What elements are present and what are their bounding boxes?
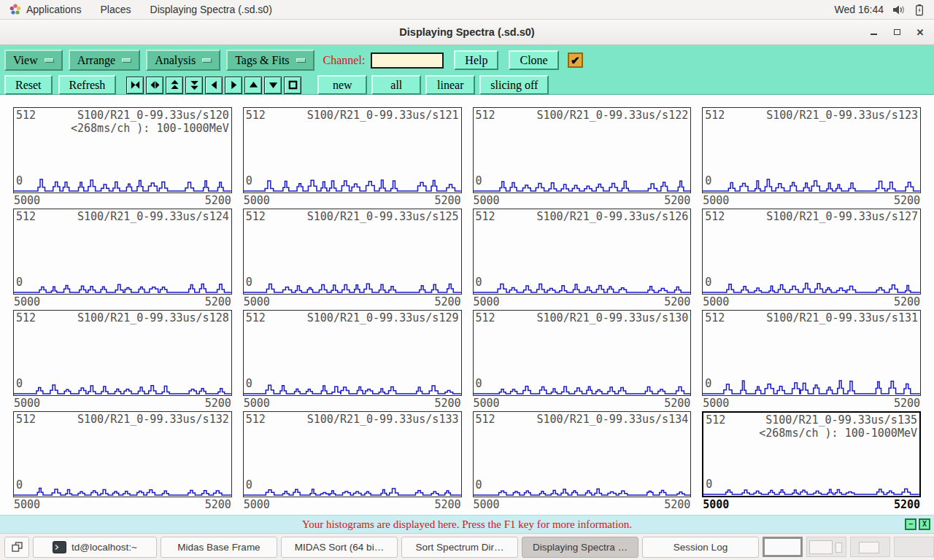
menu-button-tags-fits[interactable]: Tags & Fits <box>226 50 314 71</box>
histogram-trace <box>244 168 461 192</box>
status-minimize-button[interactable]: − <box>905 518 916 530</box>
x-max-label: 5200 <box>664 396 690 411</box>
x-min-label: 5000 <box>474 396 500 411</box>
clone-button[interactable]: Clone <box>509 50 558 70</box>
x-min-label: 5000 <box>244 497 270 513</box>
spectrum-plot: 512S100/R21_0-99.33us/s1270 <box>702 209 921 295</box>
y-max-label: 512 <box>16 109 36 122</box>
workspace-3[interactable] <box>850 537 890 557</box>
battery-icon[interactable] <box>915 4 924 16</box>
taskbar-item-midas-sort-64-bi[interactable]: MIDAS Sort (64 bi… <box>281 537 398 558</box>
menu-button-analysis[interactable]: Analysis <box>146 50 220 71</box>
spectrum-plot: 512S100/R21_0-99.33us/s120<268ms/ch ): 1… <box>13 107 232 193</box>
linear-button[interactable]: linear <box>425 75 475 95</box>
active-app-menu[interactable]: Displaying Spectra (.sd.s0) <box>141 0 282 19</box>
spectrum-plot: 512S100/R21_0-99.33us/s1340 <box>473 411 692 497</box>
spectrum-panel[interactable]: 512S100/R21_0-99.33us/s121050005200 <box>243 107 462 209</box>
spectrum-plot: 512S100/R21_0-99.33us/s1330 <box>243 411 462 497</box>
spectrum-panel[interactable]: 512S100/R21_0-99.33us/s120<268ms/ch ): 1… <box>13 107 232 209</box>
applications-menu[interactable]: Applications <box>0 0 91 19</box>
menu-button-view[interactable]: View <box>4 50 63 71</box>
spectrum-panel[interactable]: 512S100/R21_0-99.33us/s135<268ms/ch ): 1… <box>702 411 921 513</box>
reset-button[interactable]: Reset <box>4 75 53 95</box>
x-axis-labels: 50005200 <box>13 396 232 411</box>
spectrum-panel[interactable]: 512S100/R21_0-99.33us/s134050005200 <box>473 411 692 513</box>
right-icon <box>228 79 239 90</box>
spectrum-subtitle: <268ms/ch ): 100-1000MeV <box>703 427 919 440</box>
menu-indicator-icon <box>296 58 306 63</box>
channel-input[interactable] <box>371 52 444 69</box>
histogram-trace <box>474 168 691 192</box>
window-title-bar[interactable]: Displaying Spectra (.sd.s0) ✕ <box>0 20 934 45</box>
taskbar-item-midas-base-frame[interactable]: Midas Base Frame <box>161 537 277 558</box>
spectrum-panel[interactable]: 512S100/R21_0-99.33us/s126050005200 <box>473 209 692 310</box>
menu-indicator-icon <box>122 58 131 63</box>
spectrum-plot-header: 512S100/R21_0-99.33us/s135 <box>703 413 919 427</box>
slicing-off-button[interactable]: slicing off <box>479 75 549 95</box>
spectrum-plot-header: 512S100/R21_0-99.33us/s122 <box>474 108 691 122</box>
spectrum-panel[interactable]: 512S100/R21_0-99.33us/s133050005200 <box>243 411 462 513</box>
clone-checkbox[interactable]: ✔ <box>568 52 583 68</box>
nav-button-up[interactable] <box>244 77 262 94</box>
up-icon <box>248 79 259 90</box>
spectrum-plot: 512S100/R21_0-99.33us/s135<268ms/ch ): 1… <box>702 411 921 497</box>
spectrum-plot-header: 512S100/R21_0-99.33us/s120 <box>14 108 231 122</box>
help-button[interactable]: Help <box>454 50 498 70</box>
new-button[interactable]: new <box>317 75 367 95</box>
spectrum-panel[interactable]: 512S100/R21_0-99.33us/s123050005200 <box>702 107 921 209</box>
maximize-icon[interactable] <box>892 27 902 37</box>
workspace-window <box>859 542 879 553</box>
x-min-label: 5000 <box>14 396 40 411</box>
histogram-trace <box>703 168 920 192</box>
status-close-button[interactable]: X <box>919 518 930 530</box>
refresh-button[interactable]: Refresh <box>58 75 117 95</box>
show-desktop-button[interactable] <box>4 537 29 558</box>
menu-indicator-icon <box>202 58 212 63</box>
taskbar-item-displaying-spectra[interactable]: Displaying Spectra … <box>522 537 638 558</box>
nav-button-down[interactable] <box>264 77 282 94</box>
workspace-2[interactable] <box>806 537 846 557</box>
spectrum-title: S100/R21_0-99.33us/s121 <box>307 109 459 122</box>
workspace-1[interactable] <box>763 537 803 557</box>
x-max-label: 5200 <box>205 396 231 411</box>
x-axis-labels: 50005200 <box>13 497 232 513</box>
y-max-label: 512 <box>705 109 725 122</box>
taskbar-item-td-localhost[interactable]: td@localhost:~ <box>33 537 157 558</box>
taskbar-item-session-log[interactable]: Session Log <box>642 537 759 558</box>
x-axis-labels: 50005200 <box>702 497 921 513</box>
x-min-label: 5000 <box>474 497 500 513</box>
nav-button-left[interactable] <box>205 77 223 94</box>
spectrum-panel[interactable]: 512S100/R21_0-99.33us/s124050005200 <box>13 209 232 310</box>
spectrum-panel[interactable]: 512S100/R21_0-99.33us/s128050005200 <box>13 310 232 411</box>
spectrum-panel[interactable]: 512S100/R21_0-99.33us/s127050005200 <box>702 209 921 310</box>
spectrum-plot-header: 512S100/R21_0-99.33us/s133 <box>244 412 461 426</box>
minimize-icon[interactable] <box>868 27 879 37</box>
spectrum-panel[interactable]: 512S100/R21_0-99.33us/s131050005200 <box>702 310 921 411</box>
spectrum-title: S100/R21_0-99.33us/s135 <box>765 413 917 427</box>
workspace-4[interactable] <box>894 537 934 557</box>
all-button[interactable]: all <box>371 75 421 95</box>
nav-button-right[interactable] <box>225 77 242 94</box>
menu-button-arrange[interactable]: Arrange <box>69 50 140 71</box>
spectrum-panel[interactable]: 512S100/R21_0-99.33us/s130050005200 <box>473 310 692 411</box>
taskbar-item-sort-spectrum-dir[interactable]: Sort Spectrum Dir… <box>401 537 518 558</box>
spectrum-panel[interactable]: 512S100/R21_0-99.33us/s129050005200 <box>243 310 462 411</box>
clock[interactable]: Wed 16:44 <box>835 4 884 15</box>
spectrum-panel[interactable]: 512S100/R21_0-99.33us/s132050005200 <box>13 411 232 513</box>
nav-button-compress-horizontal[interactable] <box>126 77 144 94</box>
active-app-label: Displaying Spectra (.sd.s0) <box>150 4 272 15</box>
spectrum-panel[interactable]: 512S100/R21_0-99.33us/s125050005200 <box>243 209 462 310</box>
volume-icon[interactable] <box>892 4 906 15</box>
nav-button-square[interactable] <box>284 77 301 94</box>
spectrum-panel[interactable]: 512S100/R21_0-99.33us/s122050005200 <box>473 107 692 209</box>
close-icon[interactable]: ✕ <box>915 27 925 37</box>
histogram-trace <box>244 269 461 294</box>
y-max-label: 512 <box>246 109 266 122</box>
workspace-window <box>835 542 842 553</box>
nav-button-double-up[interactable] <box>166 77 183 94</box>
nav-button-double-down[interactable] <box>185 77 203 94</box>
spectrum-plot-header: 512S100/R21_0-99.33us/s121 <box>244 108 461 122</box>
places-menu[interactable]: Places <box>91 0 141 19</box>
nav-button-expand-horizontal[interactable] <box>146 77 163 94</box>
x-max-label: 5200 <box>664 295 690 310</box>
